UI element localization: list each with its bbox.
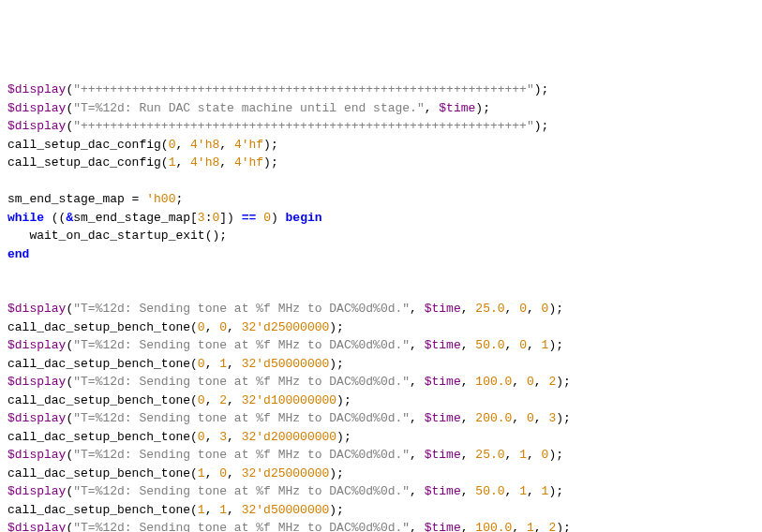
token-num: 1 (198, 503, 205, 517)
token-num: 0 (198, 393, 205, 407)
token-num: 50.0 (475, 484, 504, 498)
token-pun: , (534, 411, 549, 425)
code-line: call_setup_dac_config(0, 4'h8, 4'hf); (7, 136, 755, 155)
token-sys: $time (425, 448, 461, 462)
token-num: 4'hf (234, 155, 263, 170)
code-line: $display("T=%12d: Sending tone at %f MHz… (7, 446, 755, 465)
token-kw: begin (286, 211, 322, 225)
token-num: 32'd50000000 (242, 503, 330, 517)
code-line (7, 172, 755, 191)
token-pun: ); (329, 357, 344, 371)
token-pun: , (527, 338, 542, 352)
token-sys: $time (425, 338, 461, 352)
code-line: call_dac_setup_bench_tone(1, 0, 32'd2500… (7, 465, 755, 483)
token-num: 0 (198, 320, 205, 334)
token-pun: , (461, 302, 476, 316)
token-str: "T=%12d: Sending tone at %f MHz to DAC%0… (73, 484, 410, 498)
token-pun: , (505, 448, 520, 462)
token-sys: $time (425, 411, 461, 425)
token-num: 0 (198, 430, 205, 444)
token-pun: ); (263, 138, 278, 152)
token-pun: , (410, 302, 425, 316)
token-pun: ); (548, 448, 563, 462)
token-pun: ); (263, 155, 278, 170)
token-pun: ); (556, 411, 571, 425)
token-pun: ); (548, 484, 563, 498)
token-str: "T=%12d: Run DAC state machine until end… (73, 101, 424, 115)
token-num: 3 (219, 430, 227, 444)
token-sys: $display (7, 375, 66, 389)
token-pun: ); (475, 101, 490, 115)
token-pun (256, 211, 263, 225)
token-pun: , (410, 448, 425, 462)
token-pun: , (219, 155, 234, 170)
code-line: $display("T=%12d: Sending tone at %f MHz… (7, 519, 755, 532)
code-line: wait_on_dac_startup_exit(); (7, 227, 755, 245)
token-sys: $time (425, 521, 461, 532)
code-line: call_dac_setup_bench_tone(0, 0, 32'd2500… (7, 318, 755, 337)
token-sys: $display (7, 338, 66, 352)
token-num: 100.0 (475, 521, 512, 532)
token-pun: , (512, 411, 527, 425)
code-line: sm_end_stage_map = 'h00; (7, 190, 755, 209)
code-line: end (7, 245, 755, 264)
token-pun: , (505, 302, 520, 316)
token-pun: , (219, 138, 234, 152)
token-pun: ); (336, 430, 351, 444)
token-pun: , (410, 375, 425, 389)
token-pun: , (461, 411, 476, 425)
code-line: $display("T=%12d: Sending tone at %f MHz… (7, 336, 755, 355)
token-pun: , (227, 393, 242, 407)
token-pun: , (512, 521, 527, 532)
code-line: $display("T=%12d: Run DAC state machine … (7, 99, 755, 118)
token-pun: , (505, 338, 520, 352)
token-str: "T=%12d: Sending tone at %f MHz to DAC%0… (73, 521, 410, 532)
token-sys: $display (7, 484, 66, 498)
code-line: call_dac_setup_bench_tone(0, 3, 32'd2000… (7, 428, 755, 447)
token-pun: , (205, 503, 220, 517)
token-pun: , (534, 375, 549, 389)
token-sys: $time (425, 302, 461, 316)
token-num: 1 (198, 466, 205, 480)
token-pun: , (227, 357, 242, 371)
token-kw: while (7, 211, 44, 225)
token-id: call_dac_setup_bench_tone( (7, 466, 198, 480)
token-num: 25.0 (475, 302, 504, 316)
token-num: 32'd25000000 (242, 466, 330, 480)
token-pun: , (205, 430, 220, 444)
token-pun: (( (44, 211, 66, 225)
token-str: "T=%12d: Sending tone at %f MHz to DAC%0… (73, 448, 410, 462)
token-pun: , (534, 521, 549, 532)
token-pun: , (410, 338, 425, 352)
token-pun: , (227, 320, 242, 334)
token-str: "T=%12d: Sending tone at %f MHz to DAC%0… (73, 411, 410, 425)
code-line (7, 263, 755, 282)
token-sys: $display (7, 302, 66, 316)
token-num: 100.0 (475, 375, 512, 389)
token-pun: ); (556, 521, 571, 532)
token-pun: ) (271, 211, 286, 225)
code-line (7, 282, 755, 301)
token-id: call_dac_setup_bench_tone( (7, 430, 198, 444)
token-pun: , (410, 411, 425, 425)
token-num: 32'd100000000 (242, 393, 336, 407)
code-line: call_dac_setup_bench_tone(1, 1, 32'd5000… (7, 501, 755, 520)
token-kw: end (7, 247, 29, 261)
token-pun: , (461, 448, 476, 462)
token-pun: , (512, 375, 527, 389)
token-num: 0 (527, 375, 534, 389)
token-sys: $time (425, 375, 461, 389)
token-kw: == (242, 211, 257, 225)
token-num: 'h00 (146, 192, 175, 206)
code-line: $display("T=%12d: Sending tone at %f MHz… (7, 373, 755, 392)
token-pun: , (527, 302, 542, 316)
token-id: call_setup_dac_config( (7, 138, 169, 152)
token-pun: , (410, 484, 425, 498)
token-pun: ; (175, 192, 183, 206)
token-sys: $time (439, 101, 475, 115)
token-pun: , (175, 155, 190, 170)
token-pun: ]) (219, 211, 241, 225)
token-num: 2 (219, 393, 227, 407)
code-line: $display("T=%12d: Sending tone at %f MHz… (7, 482, 755, 501)
token-pun: , (527, 484, 542, 498)
